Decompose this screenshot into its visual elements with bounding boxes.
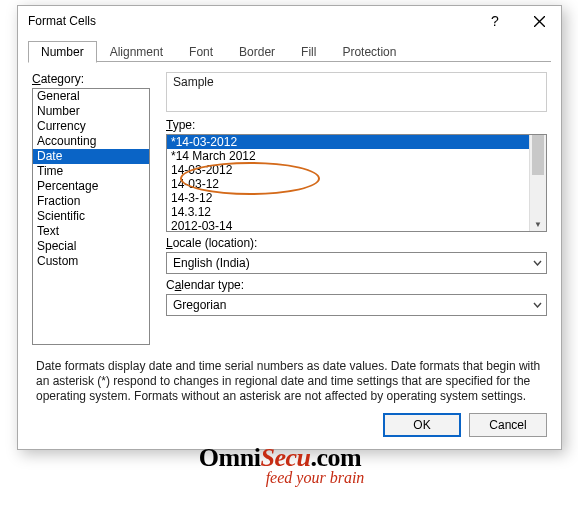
category-item[interactable]: Special [33,239,149,254]
type-item[interactable]: 2012-03-14 [167,219,529,233]
type-item[interactable]: *14 March 2012 [167,149,529,163]
category-item[interactable]: Scientific [33,209,149,224]
scroll-thumb[interactable] [532,135,544,175]
calendar-combobox[interactable]: Gregorian [166,294,547,316]
category-item[interactable]: Time [33,164,149,179]
tab-strip: NumberAlignmentFontBorderFillProtection [28,41,551,62]
category-item[interactable]: Fraction [33,194,149,209]
tab-alignment[interactable]: Alignment [97,41,176,62]
tab-protection[interactable]: Protection [329,41,409,62]
type-listbox[interactable]: *14-03-2012*14 March 201214-03-201214-03… [166,134,547,232]
category-item[interactable]: Number [33,104,149,119]
close-icon [534,16,545,27]
type-item[interactable]: 14-03-12 [167,177,529,191]
category-item[interactable]: Percentage [33,179,149,194]
locale-value: English (India) [167,256,528,270]
calendar-value: Gregorian [167,298,528,312]
calendar-label: Calendar type: [166,278,547,292]
sample-box: Sample [166,72,547,112]
scroll-down-icon[interactable]: ▼ [530,217,546,231]
format-cells-dialog: Format Cells ? NumberAlignmentFontBorder… [17,5,562,450]
sample-label: Sample [173,75,540,89]
category-item[interactable]: Date [33,149,149,164]
type-item[interactable]: 14-3-12 [167,191,529,205]
tab-number[interactable]: Number [28,41,97,63]
category-item[interactable]: Accounting [33,134,149,149]
category-item[interactable]: Custom [33,254,149,269]
type-item[interactable]: 14-03-2012 [167,163,529,177]
help-button[interactable]: ? [473,7,517,35]
tab-border[interactable]: Border [226,41,288,62]
scrollbar[interactable]: ▲ ▼ [529,135,546,231]
category-label: Category: [32,72,152,86]
category-item[interactable]: General [33,89,149,104]
category-listbox[interactable]: GeneralNumberCurrencyAccountingDateTimeP… [32,88,150,345]
chevron-down-icon [528,295,546,315]
close-button[interactable] [517,7,561,35]
cancel-button[interactable]: Cancel [469,413,547,437]
tab-fill[interactable]: Fill [288,41,329,62]
ok-button[interactable]: OK [383,413,461,437]
category-item[interactable]: Text [33,224,149,239]
tab-font[interactable]: Font [176,41,226,62]
category-item[interactable]: Currency [33,119,149,134]
titlebar: Format Cells ? [18,6,561,36]
tab-panel-number: Category: GeneralNumberCurrencyAccountin… [18,62,561,404]
chevron-down-icon [528,253,546,273]
type-item[interactable]: *14-03-2012 [167,135,529,149]
type-item[interactable]: 14.3.12 [167,205,529,219]
locale-combobox[interactable]: English (India) [166,252,547,274]
description-text: Date formats display date and time seria… [36,359,543,404]
type-label: Type: [166,118,547,132]
locale-label: Locale (location): [166,236,547,250]
dialog-title: Format Cells [28,14,473,28]
